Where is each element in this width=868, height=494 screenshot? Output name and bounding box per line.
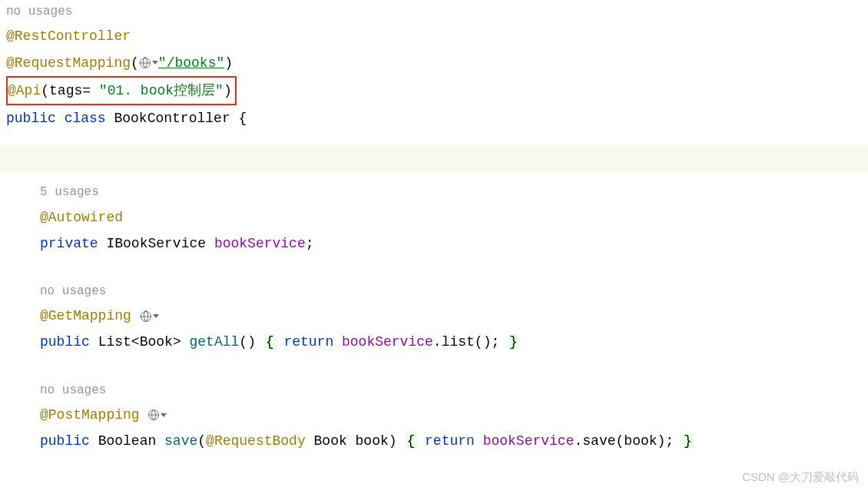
open-paren: ( xyxy=(41,83,49,98)
field-ref: bookService xyxy=(483,433,575,449)
code-line[interactable]: public Boolean save(@RequestBody Book bo… xyxy=(0,428,868,454)
code-editor[interactable]: no usages @RestController @RequestMappin… xyxy=(0,0,868,454)
field-name: bookService xyxy=(214,236,306,251)
code-line[interactable]: public List<Book> getAll() { return book… xyxy=(0,329,868,355)
type-list: List xyxy=(98,334,131,350)
code-line[interactable]: @PostMapping xyxy=(0,402,868,428)
chevron-down-icon[interactable] xyxy=(152,61,158,65)
annotation-postmapping: @PostMapping xyxy=(40,407,140,423)
globe-icon[interactable] xyxy=(140,58,151,68)
close-paren: ) xyxy=(483,334,492,350)
chevron-down-icon[interactable] xyxy=(161,413,167,417)
keyword-private: private xyxy=(40,236,98,251)
annotation-api: @Api xyxy=(8,83,41,98)
code-line[interactable]: @Autowired xyxy=(0,204,868,230)
param-book: book xyxy=(356,433,389,449)
close-brace-folded[interactable]: } xyxy=(508,334,519,350)
dot: . xyxy=(574,433,582,449)
globe-icon[interactable] xyxy=(141,311,151,322)
type-book: Book xyxy=(140,334,173,350)
code-line-highlighted[interactable]: @Api(tags= "01. book控制层") xyxy=(0,76,868,105)
chevron-down-icon[interactable] xyxy=(153,314,159,318)
gt: > xyxy=(173,334,181,350)
close-paren: ) xyxy=(389,433,397,449)
close-paren: ) xyxy=(658,433,666,449)
type-boolean: Boolean xyxy=(98,433,157,449)
close-brace-folded[interactable]: } xyxy=(682,433,694,449)
method-call-list: list xyxy=(442,334,475,350)
open-paren: ( xyxy=(131,55,139,71)
close-paren: ) xyxy=(247,334,256,350)
watermark: CSDN @大刀爱敲代码 xyxy=(742,466,859,489)
keyword-public: public xyxy=(40,334,90,350)
open-brace-folded[interactable]: { xyxy=(405,433,416,449)
param-name: tags xyxy=(49,83,82,98)
blank-line xyxy=(0,257,868,280)
annotation-requestmapping: @RequestMapping xyxy=(6,55,131,71)
annotation-getmapping: @GetMapping xyxy=(40,308,131,323)
annotation-autowired: @Autowired xyxy=(40,210,123,225)
open-paren: ( xyxy=(475,334,483,350)
keyword-return: return xyxy=(425,433,475,449)
annotation-requestbody: @RequestBody xyxy=(206,433,306,449)
open-paren: ( xyxy=(616,433,624,449)
open-brace: { xyxy=(239,111,247,126)
equals: = xyxy=(82,83,99,98)
semicolon: ; xyxy=(665,433,674,449)
keyword-class: class xyxy=(65,111,106,126)
string-link[interactable]: "/books" xyxy=(158,55,224,71)
semicolon: ; xyxy=(491,334,499,350)
usage-hint: no usages xyxy=(0,0,868,23)
arg-book: book xyxy=(624,433,657,449)
semicolon: ; xyxy=(306,236,314,251)
keyword-return: return xyxy=(283,334,333,350)
usage-hint: no usages xyxy=(0,379,868,402)
code-line[interactable]: public class BookController { xyxy=(0,105,868,131)
type-book: Book xyxy=(314,433,347,449)
field-ref: bookService xyxy=(342,334,433,350)
lt: < xyxy=(131,334,140,350)
code-line[interactable]: @RequestMapping("/books") xyxy=(0,50,868,76)
highlight-box: @Api(tags= "01. book控制层") xyxy=(6,76,237,105)
keyword-public: public xyxy=(40,433,90,449)
method-call-save: save xyxy=(582,433,615,449)
type-name: IBookService xyxy=(106,236,206,251)
annotation-restcontroller: @RestController xyxy=(6,28,131,44)
close-paren: ) xyxy=(224,83,232,98)
open-paren: ( xyxy=(239,334,247,350)
dot: . xyxy=(433,334,442,350)
code-line[interactable]: @GetMapping xyxy=(0,303,868,329)
open-brace-folded[interactable]: { xyxy=(264,334,276,350)
usage-hint: no usages xyxy=(0,280,868,303)
separator-band xyxy=(0,145,868,173)
keyword-public: public xyxy=(6,111,56,126)
code-line[interactable]: @RestController xyxy=(0,23,868,49)
code-line[interactable]: private IBookService bookService; xyxy=(0,230,868,257)
method-save: save xyxy=(164,433,197,449)
string-literal: "01. book控制层" xyxy=(99,83,224,98)
globe-icon[interactable] xyxy=(148,409,159,420)
method-getall: getAll xyxy=(190,334,240,350)
open-paren: ( xyxy=(197,433,206,449)
usage-hint: 5 usages xyxy=(0,181,868,204)
close-paren: ) xyxy=(224,55,233,71)
class-name: BookController xyxy=(114,111,230,126)
blank-line xyxy=(0,356,868,379)
